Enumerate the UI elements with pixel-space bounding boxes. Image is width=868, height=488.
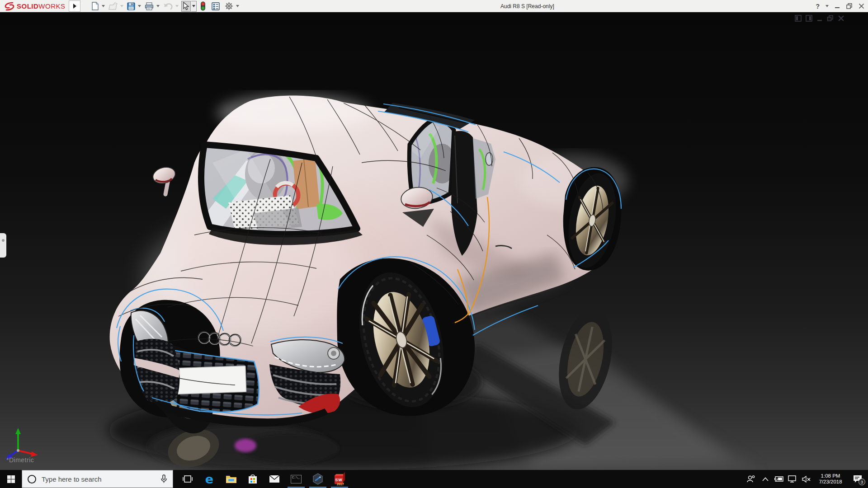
task-pane-button[interactable] [211, 1, 221, 12]
mail-button[interactable] [264, 470, 285, 488]
task-view-icon [183, 474, 193, 484]
gear-icon [225, 2, 233, 10]
command-prompt-icon: C:\_ [291, 475, 302, 483]
doc-restore-icon[interactable] [827, 15, 834, 22]
open-folder-icon [108, 2, 118, 10]
file-explorer-icon [226, 474, 237, 484]
window-controls: ? [816, 1, 864, 11]
system-tray: 1:08 PM 7/23/2018 3 [743, 470, 868, 488]
select-button[interactable] [181, 1, 191, 12]
file-explorer-button[interactable] [220, 470, 242, 488]
flyout-dot [2, 239, 5, 242]
brand-text-bold: SOLID [17, 2, 38, 10]
chevron-up-icon [762, 477, 769, 481]
new-document-button[interactable] [90, 1, 100, 12]
battery-icon [774, 476, 784, 482]
restore-button[interactable] [846, 3, 853, 9]
doc-close-icon[interactable] [838, 15, 844, 22]
graphics-viewport: *Dimetric [0, 12, 868, 470]
network-display-icon [788, 475, 797, 483]
notification-badge: 3 [859, 479, 865, 485]
undo-button[interactable] [162, 1, 174, 12]
window-title: Audi R8 S [Read-only] [500, 3, 554, 9]
help-dropdown[interactable] [826, 5, 829, 7]
sw-cube-side [343, 472, 345, 482]
titlebar: SOLIDWORKS [0, 0, 868, 12]
windows-taskbar: e [0, 470, 868, 488]
expand-arrow-icon [73, 4, 77, 9]
solidworks-app-icon: SW 2017 [334, 474, 345, 484]
save-floppy-icon [127, 2, 135, 10]
edrawings-hexagon-icon [312, 473, 323, 485]
task-view-button[interactable] [177, 470, 198, 488]
print-icon [145, 2, 154, 10]
network-button[interactable] [786, 470, 799, 488]
quick-access-toolbar [90, 0, 242, 12]
select-dropdown[interactable] [191, 1, 197, 12]
open-button[interactable] [108, 1, 118, 12]
edge-icon: e [205, 473, 213, 485]
taskbar-search[interactable] [22, 470, 173, 488]
print-button[interactable] [144, 1, 155, 12]
mail-icon [269, 475, 280, 483]
tray-date: 7/23/2018 [819, 479, 842, 485]
volume-button[interactable] [799, 470, 814, 488]
solidworks-logo-icon [4, 2, 15, 11]
options-button[interactable] [224, 1, 234, 12]
open-dropdown[interactable] [119, 1, 124, 12]
view-orientation-label: *Dimetric [6, 456, 34, 464]
cortana-icon [28, 475, 36, 483]
sw-year-label: 2017 [337, 483, 344, 486]
feature-panel-flyout-tab[interactable] [0, 233, 6, 258]
brand-text-light: WORKS [38, 2, 65, 10]
save-dropdown[interactable] [137, 1, 142, 12]
undo-dropdown[interactable] [174, 1, 179, 12]
doc-minimize-icon[interactable] [816, 15, 823, 22]
show-pane-2-icon[interactable] [806, 15, 812, 22]
document-window-controls [795, 15, 844, 22]
microphone-icon[interactable] [160, 474, 167, 483]
solidworks-window: SOLIDWORKS [0, 0, 868, 488]
rebuild-button[interactable] [199, 1, 207, 12]
new-document-dropdown[interactable] [100, 1, 106, 12]
help-button[interactable]: ? [816, 3, 820, 10]
show-pane-icon[interactable] [795, 15, 802, 22]
traffic-light-icon [200, 1, 206, 11]
coordinate-triad [4, 424, 44, 460]
battery-button[interactable] [772, 470, 786, 488]
people-button[interactable] [743, 470, 759, 488]
edrawings-button[interactable] [307, 470, 329, 488]
new-document-icon [91, 2, 99, 10]
properties-list-icon [212, 2, 220, 10]
clock[interactable]: 1:08 PM 7/23/2018 [814, 470, 847, 488]
select-cursor-icon [183, 2, 189, 10]
print-dropdown[interactable] [155, 1, 160, 12]
undo-arrow-icon [163, 2, 173, 10]
start-button[interactable] [0, 470, 22, 488]
store-button[interactable] [242, 470, 264, 488]
search-input[interactable] [42, 475, 160, 483]
solidworks-logo: SOLIDWORKS [4, 1, 66, 11]
tray-time: 1:08 PM [819, 473, 842, 479]
cmd-text: C:\_ [292, 476, 300, 479]
edge-button[interactable]: e [198, 470, 220, 488]
people-icon [746, 475, 755, 483]
command-prompt-button[interactable]: C:\_ [285, 470, 307, 488]
close-button[interactable] [859, 3, 864, 9]
store-icon [248, 474, 258, 484]
options-dropdown[interactable] [235, 1, 240, 12]
hidden-icons-button[interactable] [759, 470, 772, 488]
windows-logo-icon [7, 475, 15, 483]
solidworks-taskbar-button[interactable]: SW 2017 [329, 470, 350, 488]
taskbar-icons: e [177, 470, 350, 488]
save-button[interactable] [126, 1, 136, 12]
menu-expand-button[interactable] [69, 0, 80, 12]
minimize-button[interactable] [835, 3, 840, 9]
model-canvas[interactable] [0, 12, 868, 470]
action-center-button[interactable]: 3 [847, 470, 868, 488]
volume-muted-icon [802, 476, 811, 483]
